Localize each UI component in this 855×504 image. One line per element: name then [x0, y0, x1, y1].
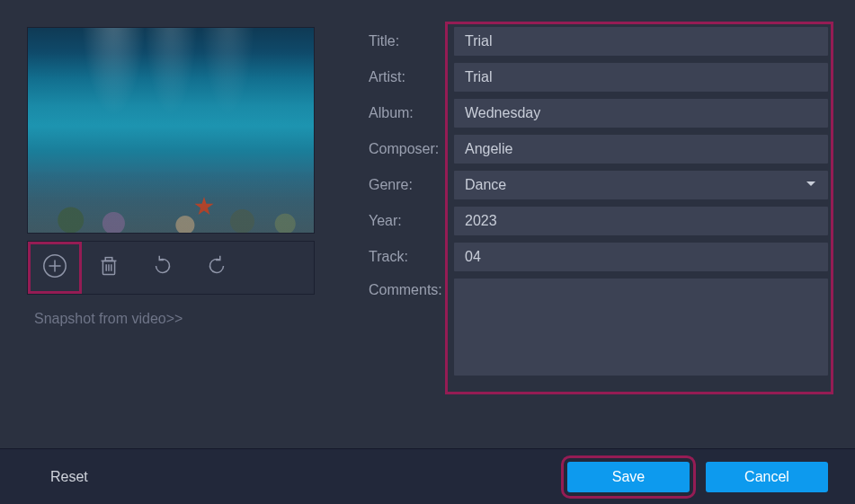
composer-field[interactable]	[454, 135, 828, 164]
album-field[interactable]	[454, 99, 828, 128]
album-label: Album:	[369, 105, 454, 121]
save-button-label: Save	[612, 469, 645, 485]
rotate-ccw-icon	[149, 252, 176, 283]
plus-circle-icon	[41, 252, 68, 283]
album-art-thumbnail[interactable]	[27, 27, 315, 234]
year-label: Year:	[369, 213, 454, 229]
snapshot-from-video-link[interactable]: Snapshot from video>>	[27, 311, 183, 327]
save-button[interactable]: Save	[567, 462, 690, 492]
reset-button-label: Reset	[50, 469, 88, 485]
footer-bar: Reset Save Cancel	[0, 448, 855, 504]
rotate-cw-icon	[203, 252, 230, 283]
title-field[interactable]	[454, 27, 828, 56]
artist-label: Artist:	[369, 69, 454, 85]
reset-button[interactable]: Reset	[34, 462, 104, 492]
track-label: Track:	[369, 249, 454, 265]
title-label: Title:	[369, 33, 454, 49]
thumbnail-toolbar	[27, 241, 315, 295]
artist-field[interactable]	[454, 63, 828, 92]
composer-label: Composer:	[369, 141, 454, 157]
track-field[interactable]	[454, 243, 828, 271]
delete-image-button[interactable]	[82, 242, 136, 294]
cancel-button[interactable]: Cancel	[706, 462, 828, 492]
comments-label: Comments:	[369, 279, 454, 298]
svg-rect-8	[105, 258, 112, 261]
genre-label: Genre:	[369, 177, 454, 193]
trash-icon	[95, 252, 122, 283]
cancel-button-label: Cancel	[744, 469, 789, 485]
comments-field[interactable]	[454, 279, 828, 376]
rotate-right-button[interactable]	[190, 242, 244, 294]
year-field[interactable]	[454, 207, 828, 235]
starfish-decoration	[194, 197, 214, 217]
genre-select[interactable]	[454, 171, 828, 199]
rotate-left-button[interactable]	[136, 242, 190, 294]
add-image-button[interactable]	[28, 242, 82, 294]
